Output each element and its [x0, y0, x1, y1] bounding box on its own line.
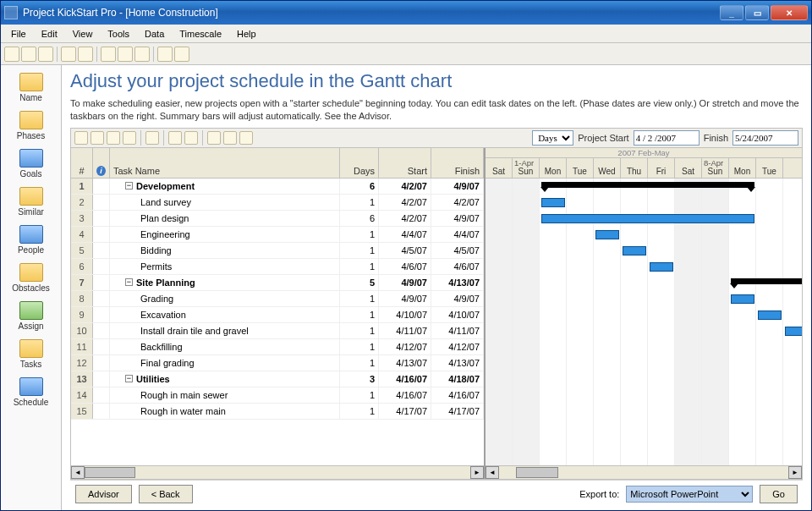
col-days[interactable]: Days [340, 148, 379, 178]
save-icon[interactable] [38, 47, 53, 62]
days-cell[interactable]: 1 [340, 291, 379, 306]
gantt-hscroll[interactable]: ◄ ► [486, 465, 802, 479]
goto-icon[interactable] [239, 131, 253, 145]
table-row[interactable]: 3Plan design64/2/074/9/07 [71, 211, 484, 227]
finish-cell[interactable]: 4/11/07 [431, 323, 484, 338]
table-row[interactable]: 9Excavation14/10/074/10/07 [71, 307, 484, 323]
table-row[interactable]: 8Grading14/9/074/9/07 [71, 291, 484, 307]
task-name-cell[interactable]: Grading [110, 291, 340, 306]
titlebar[interactable]: Project KickStart Pro - [Home Constructi… [1, 1, 811, 25]
days-cell[interactable]: 1 [340, 243, 379, 258]
task-name-cell[interactable]: −Development [110, 179, 340, 194]
table-row[interactable]: 13−Utilities34/16/074/18/07 [71, 371, 484, 387]
days-cell[interactable]: 1 [340, 307, 379, 322]
start-cell[interactable]: 4/9/07 [379, 275, 431, 290]
start-cell[interactable]: 4/4/07 [379, 227, 431, 242]
start-cell[interactable]: 4/2/07 [379, 195, 431, 210]
export-select[interactable]: Microsoft PowerPoint [626, 486, 753, 503]
finish-cell[interactable]: 4/12/07 [431, 339, 484, 354]
task-name-cell[interactable]: −Utilities [110, 371, 340, 387]
table-row[interactable]: 7−Site Planning54/9/074/13/07 [71, 275, 484, 291]
start-cell[interactable]: 4/16/07 [379, 371, 431, 387]
delete-icon[interactable] [145, 131, 159, 145]
table-row[interactable]: 5Bidding14/5/074/5/07 [71, 243, 484, 259]
copy-icon[interactable] [118, 47, 133, 62]
scroll-left-icon[interactable]: ◄ [486, 466, 499, 479]
scroll-left-icon[interactable]: ◄ [71, 466, 85, 479]
menu-data[interactable]: Data [138, 27, 171, 41]
summary-bar[interactable] [541, 182, 754, 188]
days-cell[interactable]: 1 [340, 323, 379, 338]
timescale-select[interactable]: Days [532, 130, 573, 146]
unlink-icon[interactable] [223, 131, 237, 145]
table-row[interactable]: 15Rough in water main14/17/074/17/07 [71, 404, 484, 420]
start-cell[interactable]: 4/16/07 [379, 387, 431, 403]
task-name-cell[interactable]: Permits [110, 259, 340, 274]
task-name-cell[interactable]: −Site Planning [110, 275, 340, 290]
menu-file[interactable]: File [4, 27, 33, 41]
start-cell[interactable]: 4/5/07 [379, 243, 431, 258]
sidebar-item-tasks[interactable]: Tasks [6, 337, 57, 371]
minimize-button[interactable]: _ [720, 5, 743, 20]
table-row[interactable]: 6Permits14/6/074/6/07 [71, 259, 484, 275]
sidebar-item-schedule[interactable]: Schedule [6, 375, 57, 409]
col-num[interactable]: # [71, 148, 93, 178]
link-icon[interactable] [207, 131, 221, 145]
scroll-right-icon[interactable]: ► [788, 466, 802, 479]
task-bar[interactable] [541, 214, 754, 223]
start-cell[interactable]: 4/12/07 [379, 339, 431, 354]
project-start-input[interactable] [634, 130, 700, 146]
task-name-cell[interactable]: Install drain tile and gravel [110, 323, 340, 338]
sidebar-item-similar[interactable]: Similar [6, 184, 57, 219]
sidebar-item-name[interactable]: Name [6, 70, 57, 105]
task-name-cell[interactable]: Final grading [110, 355, 340, 371]
new-icon[interactable] [4, 47, 19, 62]
start-cell[interactable]: 4/10/07 [379, 307, 431, 322]
finish-cell[interactable]: 4/5/07 [431, 243, 484, 258]
finish-cell[interactable]: 4/6/07 [431, 259, 484, 274]
nav-next-icon[interactable] [107, 131, 120, 145]
task-bar[interactable] [731, 294, 754, 304]
task-name-cell[interactable]: Rough in water main [110, 404, 340, 419]
paste-icon[interactable] [134, 47, 150, 62]
start-cell[interactable]: 4/6/07 [379, 259, 431, 274]
sidebar-item-people[interactable]: People [6, 223, 57, 257]
days-cell[interactable]: 6 [340, 179, 379, 194]
task-name-cell[interactable]: Engineering [110, 227, 340, 242]
task-bar[interactable] [595, 230, 619, 239]
open-icon[interactable] [21, 47, 36, 62]
finish-cell[interactable]: 4/4/07 [431, 227, 484, 242]
task-bar[interactable] [541, 198, 565, 207]
cut-icon[interactable] [101, 47, 116, 62]
finish-cell[interactable]: 4/9/07 [431, 291, 484, 306]
finish-cell[interactable]: 4/10/07 [431, 307, 484, 322]
days-cell[interactable]: 1 [340, 339, 379, 354]
summary-bar[interactable] [731, 278, 802, 284]
undo-icon[interactable] [157, 47, 173, 62]
menu-help[interactable]: Help [230, 27, 263, 41]
finish-cell[interactable]: 4/9/07 [431, 179, 484, 194]
finish-cell[interactable]: 4/2/07 [431, 195, 484, 210]
start-cell[interactable]: 4/17/07 [379, 404, 431, 419]
days-cell[interactable]: 1 [340, 404, 379, 419]
finish-cell[interactable]: 4/13/07 [431, 355, 484, 371]
sidebar-item-goals[interactable]: Goals [6, 146, 57, 181]
print-icon[interactable] [61, 47, 76, 62]
task-name-cell[interactable]: Land survey [110, 195, 340, 210]
col-taskname[interactable]: Task Name [110, 148, 340, 178]
start-cell[interactable]: 4/13/07 [379, 355, 431, 371]
table-row[interactable]: 11Backfilling14/12/074/12/07 [71, 339, 484, 355]
table-row[interactable]: 14Rough in main sewer14/16/074/16/07 [71, 387, 484, 404]
gantt-body[interactable] [486, 179, 802, 465]
days-cell[interactable]: 1 [340, 387, 379, 403]
table-hscroll[interactable]: ◄ ► [71, 465, 484, 479]
collapse-icon[interactable]: − [125, 182, 133, 190]
menu-view[interactable]: View [66, 27, 100, 41]
finish-cell[interactable]: 4/13/07 [431, 275, 484, 290]
scroll-thumb[interactable] [85, 467, 135, 478]
close-button[interactable]: ✕ [771, 5, 808, 20]
scroll-thumb[interactable] [516, 467, 558, 478]
task-name-cell[interactable]: Plan design [110, 211, 340, 226]
task-name-cell[interactable]: Backfilling [110, 339, 340, 354]
finish-cell[interactable]: 4/9/07 [431, 211, 484, 226]
